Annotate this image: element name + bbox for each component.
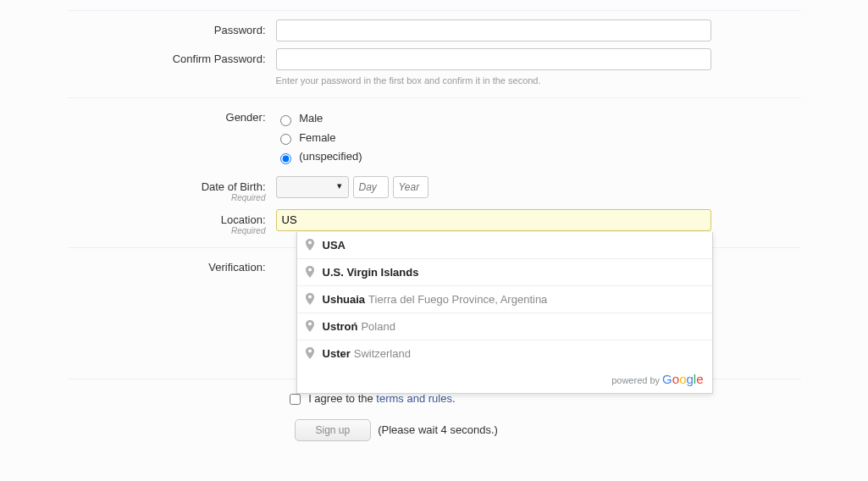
location-autocomplete-dropdown: USAU.S. Virgin IslandsUshuaiaTierra del … [296,232,713,394]
verification-label: Verification: [68,257,276,274]
agree-checkbox-label[interactable]: I agree to the terms and rules. [286,392,456,405]
gender-radio-female[interactable] [280,134,291,145]
gender-radio-unspecified[interactable] [280,153,291,164]
location-required: Required [68,226,266,235]
dob-month-select[interactable] [276,176,349,198]
dob-required: Required [68,193,266,202]
gender-female-text: Female [299,131,335,144]
password-input[interactable] [276,19,711,41]
terms-link[interactable]: terms and rules [376,392,452,405]
autocomplete-item[interactable]: U.S. Virgin Islands [297,258,712,285]
gender-unspecified-text: (unspecified) [299,150,362,163]
wait-message: (Please wait 4 seconds.) [378,423,498,436]
gender-option-male[interactable]: Male [276,112,801,126]
agree-checkbox[interactable] [290,394,301,405]
dob-label: Date of Birth: [202,180,266,193]
map-pin-icon [306,266,314,278]
autocomplete-item[interactable]: UsterSwitzerland [297,340,712,367]
gender-radio-male[interactable] [280,115,291,126]
signup-button[interactable]: Sign up [295,419,372,441]
gender-option-unspecified[interactable]: (unspecified) [276,150,801,164]
agree-suffix: . [452,392,456,405]
autocomplete-item[interactable]: USA [297,232,712,258]
confirm-password-input[interactable] [276,48,711,70]
map-pin-icon [306,239,314,251]
map-pin-icon [306,293,314,305]
gender-label: Gender: [68,107,276,124]
autocomplete-item[interactable]: UstrońPoland [297,312,712,340]
dob-day-input[interactable] [353,176,389,198]
password-hint: Enter your password in the first box and… [276,75,801,86]
powered-by-text: powered by [611,375,662,385]
password-label: Password: [68,19,276,36]
gender-option-female[interactable]: Female [276,131,801,146]
location-label: Location: [221,213,266,226]
map-pin-icon [306,320,314,332]
autocomplete-footer: powered by Google [297,367,712,393]
location-input[interactable] [276,209,711,231]
dob-year-input[interactable] [393,176,428,198]
map-pin-icon [306,347,314,359]
gender-male-text: Male [299,112,323,124]
google-logo: Google [662,372,703,386]
autocomplete-item[interactable]: UshuaiaTierra del Fuego Province, Argent… [297,285,712,312]
agree-prefix: I agree to the [308,392,376,405]
confirm-password-label: Confirm Password: [68,48,276,65]
